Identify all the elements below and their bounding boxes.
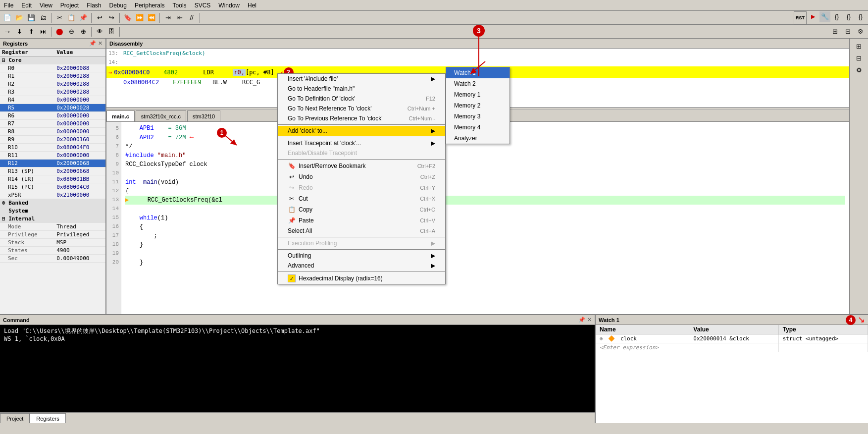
- mem-btn[interactable]: 🗄: [106, 26, 117, 37]
- breakpoint-btn[interactable]: ⬤: [54, 26, 65, 37]
- reg-row[interactable]: xPSR0x21000000: [0, 191, 105, 199]
- submenu-memory1[interactable]: Memory 1: [446, 89, 510, 100]
- reg-row[interactable]: R10x20000288: [0, 72, 105, 80]
- tab-stm32-rcc[interactable]: stm32f10x_rcc.c: [136, 110, 186, 121]
- code-content[interactable]: APB1 = 36M APB2 = 72M ←*/#include "main.…: [121, 122, 849, 314]
- submenu-analyzer[interactable]: Analyzer: [446, 133, 510, 144]
- run-to-btn[interactable]: ⏭: [38, 26, 49, 37]
- bookmark-next-btn[interactable]: ⏩: [134, 12, 145, 23]
- menu-tools[interactable]: Tools: [169, 1, 191, 10]
- view-btn2[interactable]: ⊟: [842, 26, 853, 37]
- rt-btn2[interactable]: ⊟: [854, 53, 865, 63]
- menu-file[interactable]: File: [0, 1, 17, 10]
- reg-row[interactable]: R00x20000088: [0, 64, 105, 72]
- ctx-goto-definition[interactable]: Go To Definition Of 'clock' F12: [278, 94, 445, 104]
- open-btn[interactable]: 📂: [14, 12, 25, 23]
- rt-btn1[interactable]: ⊞: [854, 41, 865, 52]
- unindent-btn[interactable]: ⇤: [174, 12, 185, 23]
- comment-btn[interactable]: //: [186, 12, 197, 23]
- command-pin[interactable]: 📌: [578, 317, 585, 323]
- menu-flash[interactable]: Flash: [83, 1, 105, 10]
- reg-row[interactable]: R70x00000000: [0, 120, 105, 128]
- ctx-advanced[interactable]: Advanced ▶: [278, 261, 445, 271]
- redo-btn[interactable]: ↪: [106, 12, 117, 23]
- run-btn[interactable]: ▶: [808, 11, 818, 22]
- code-line[interactable]: int main(void): [125, 178, 845, 187]
- reg-row[interactable]: R60x00000000: [0, 112, 105, 120]
- code-line[interactable]: ▶ RCC_GetClocksFreq(&cl: [125, 196, 845, 205]
- reg-row[interactable]: R40x00000000: [0, 96, 105, 104]
- submenu-memory3[interactable]: Memory 3: [446, 111, 510, 122]
- bookmark-btn[interactable]: 🔖: [122, 12, 133, 23]
- reg-row[interactable]: R15 (PC)0x080004C0: [0, 183, 105, 191]
- bookmark-prev-btn[interactable]: ⏪: [146, 12, 157, 23]
- reg-row[interactable]: R110x00000000: [0, 152, 105, 160]
- menu-help[interactable]: Hel: [244, 1, 260, 10]
- save-btn[interactable]: 💾: [26, 12, 37, 23]
- tab-project[interactable]: Project: [0, 413, 30, 423]
- code-line[interactable]: {: [125, 187, 845, 196]
- command-close[interactable]: ✕: [587, 317, 592, 323]
- cut-btn[interactable]: ✂: [54, 12, 65, 23]
- braces3-btn[interactable]: {}: [855, 11, 866, 22]
- ctx-insert-include[interactable]: Insert '#include file' ▶: [278, 74, 445, 84]
- code-line[interactable]: {: [125, 222, 845, 231]
- enable-bp-btn[interactable]: ⊕: [78, 26, 89, 37]
- registers-close[interactable]: ✕: [98, 40, 102, 47]
- enter-expression[interactable]: <Enter expression>: [600, 344, 659, 351]
- save-all-btn[interactable]: 🗂: [38, 12, 49, 23]
- ctx-insert-tracepoint[interactable]: Insert Tracepoint at 'clock'... ▶: [278, 138, 445, 148]
- code-line[interactable]: [125, 205, 845, 214]
- ctx-undo[interactable]: ↩ Undo Ctrl+Z: [278, 171, 445, 182]
- clear-bp-btn[interactable]: ⊖: [66, 26, 77, 37]
- menu-svcs[interactable]: SVCS: [191, 1, 215, 10]
- view-btn1[interactable]: ⊞: [829, 26, 840, 37]
- reg-row[interactable]: R120x20000068: [0, 160, 105, 167]
- braces2-btn[interactable]: {}: [843, 11, 854, 22]
- code-line[interactable]: RCC_ClocksTypeDef clock: [125, 160, 845, 169]
- debug-tbtn[interactable]: 🔧: [819, 11, 830, 22]
- ctx-add-clock-to[interactable]: Add 'clock' to... ▶: [278, 126, 445, 136]
- indent-btn[interactable]: ⇥: [162, 12, 173, 23]
- expand-icon[interactable]: ⊕: [600, 335, 603, 342]
- code-line[interactable]: ;: [125, 231, 845, 240]
- watch-row-expr[interactable]: <Enter expression>: [596, 343, 868, 352]
- submenu-watch2[interactable]: Watch 2: [446, 78, 510, 89]
- ctx-hex-display[interactable]: ✓ Hexadecimal Display (radix=16): [278, 273, 445, 284]
- ctx-cut[interactable]: ✂ Cut Ctrl+X: [278, 193, 445, 204]
- ctx-goto-prev-ref[interactable]: Go To Previous Reference To 'clock' Ctrl…: [278, 113, 445, 123]
- tab-registers[interactable]: Registers: [30, 413, 65, 423]
- ctx-select-all[interactable]: Select All Ctrl+A: [278, 226, 445, 236]
- menu-project[interactable]: Project: [56, 1, 83, 10]
- tab-main-c[interactable]: main.c: [106, 110, 135, 121]
- watch-expr-input[interactable]: <Enter expression>: [596, 343, 689, 352]
- menu-debug[interactable]: Debug: [105, 1, 131, 10]
- new-btn[interactable]: 📄: [2, 12, 13, 23]
- paste-btn[interactable]: 📌: [78, 12, 89, 23]
- braces-btn[interactable]: {}: [831, 11, 842, 22]
- code-line[interactable]: }: [125, 240, 845, 249]
- tab-stm32[interactable]: stm32f10: [187, 110, 220, 121]
- code-line[interactable]: [125, 249, 845, 258]
- ctx-outlining[interactable]: Outlining ▶: [278, 251, 445, 261]
- watch-btn[interactable]: 👁: [94, 26, 105, 37]
- submenu-memory2[interactable]: Memory 2: [446, 100, 510, 111]
- step-over-btn[interactable]: →: [2, 26, 13, 37]
- submenu-memory4[interactable]: Memory 4: [446, 122, 510, 133]
- code-line[interactable]: [125, 169, 845, 178]
- code-line[interactable]: }: [125, 258, 845, 267]
- settings-btn[interactable]: ⚙: [855, 26, 866, 37]
- undo-btn[interactable]: ↩: [94, 12, 105, 23]
- reg-row[interactable]: R20x20000288: [0, 80, 105, 88]
- menu-window[interactable]: Window: [214, 1, 244, 10]
- menu-view[interactable]: View: [36, 1, 56, 10]
- step-into-btn[interactable]: ⬇: [14, 26, 25, 37]
- reg-row[interactable]: R30x20000288: [0, 88, 105, 96]
- ctx-copy[interactable]: 📋 Copy Ctrl+C: [278, 204, 445, 215]
- ctx-goto-next-ref[interactable]: Go To Next Reference To 'clock' Ctrl+Num…: [278, 104, 445, 113]
- ctx-goto-headerfile[interactable]: Go to Headerfile "main.h": [278, 84, 445, 94]
- reg-row[interactable]: R80x00000000: [0, 128, 105, 136]
- copy-btn[interactable]: 📋: [66, 12, 77, 23]
- reset-btn[interactable]: RST: [794, 11, 807, 24]
- step-out-btn[interactable]: ⬆: [26, 26, 37, 37]
